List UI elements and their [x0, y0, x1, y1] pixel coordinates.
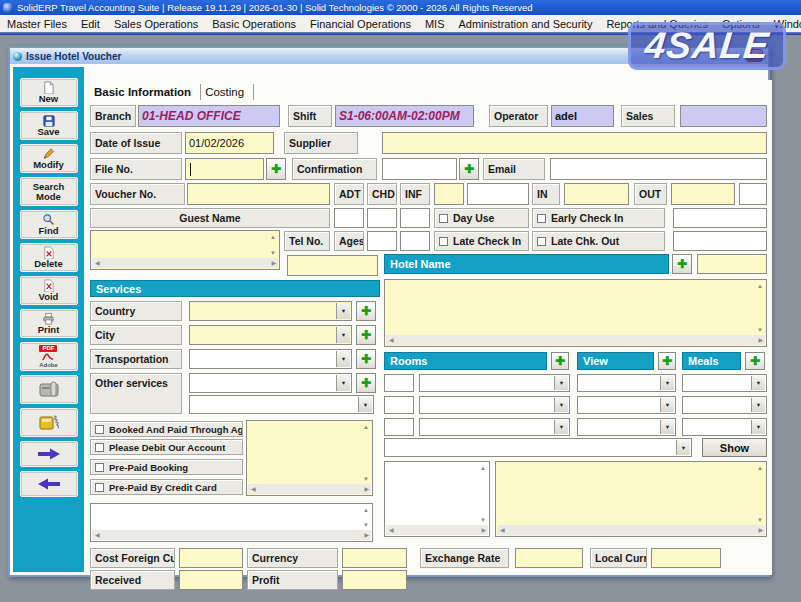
delete-button[interactable]: Delete — [20, 243, 78, 272]
room-qty-field[interactable] — [384, 396, 414, 414]
voucher-no-field[interactable] — [187, 183, 330, 205]
confirmation-field[interactable] — [382, 158, 457, 180]
other-services-select-2[interactable]: ▼ — [189, 395, 374, 414]
received-field[interactable] — [179, 570, 243, 590]
horizontal-scrollbar[interactable]: ◀ ▶ — [386, 335, 765, 345]
export-pdf-button[interactable]: PDF Adobe — [20, 342, 78, 371]
late-chk-out-checkbox[interactable]: Late Chk. Out — [532, 231, 665, 251]
early-check-in-checkbox[interactable]: Early Check In — [532, 208, 665, 228]
local-curr-field[interactable] — [651, 548, 721, 568]
check-out-date-field[interactable] — [671, 183, 735, 205]
country-select[interactable]: ▼ — [189, 301, 352, 321]
dropdown-arrow-icon[interactable]: ▼ — [751, 420, 765, 434]
late-check-in-checkbox[interactable]: Late Check In — [434, 231, 529, 251]
scroll-up-icon[interactable]: ▲ — [363, 507, 369, 513]
dropdown-arrow-icon[interactable]: ▼ — [660, 420, 674, 434]
email-field[interactable] — [550, 158, 767, 180]
dropdown-arrow-icon[interactable]: ▼ — [554, 420, 568, 434]
please-debit-our-account-checkbox[interactable]: Please Debit Our Account — [90, 439, 243, 455]
scroll-up-icon[interactable]: ▲ — [757, 283, 763, 289]
scroll-left-icon[interactable]: ◀ — [95, 532, 100, 538]
chd-count-field[interactable] — [367, 208, 397, 228]
new-button[interactable]: New — [20, 78, 78, 107]
dropdown-arrow-icon[interactable]: ▼ — [751, 376, 765, 390]
dropdown-arrow-icon[interactable]: ▼ — [660, 376, 674, 390]
scroll-right-icon[interactable]: ▶ — [758, 337, 763, 343]
horizontal-scrollbar[interactable]: ◀ ▶ — [497, 525, 765, 535]
menu-edit[interactable]: Edit — [74, 18, 107, 30]
notes-textarea[interactable]: ▲ ▼ ◀ ▶ — [384, 461, 490, 537]
add-country-button[interactable]: ✚ — [356, 301, 376, 321]
city-select[interactable]: ▼ — [189, 325, 352, 345]
cost-foreign-curr-field[interactable] — [179, 548, 243, 568]
horizontal-scrollbar[interactable]: ◀ ▶ — [92, 258, 278, 268]
dropdown-arrow-icon[interactable]: ▼ — [554, 376, 568, 390]
meal-select[interactable]: ▼ — [682, 396, 767, 414]
hotel-name-textarea[interactable]: ▲ ▼ ◀ ▶ — [384, 279, 767, 347]
supplier-field[interactable] — [382, 132, 767, 154]
scroll-down-icon[interactable]: ▼ — [363, 476, 369, 482]
meal-select[interactable]: ▼ — [682, 374, 767, 392]
scroll-right-icon[interactable]: ▶ — [364, 486, 369, 492]
date-of-issue-field[interactable]: 01/02/2026 — [185, 132, 274, 154]
scroll-right-icon[interactable]: ▶ — [758, 527, 763, 533]
menu-financial-operations[interactable]: Financial Operations — [303, 18, 418, 30]
scroll-right-icon[interactable]: ▶ — [364, 532, 369, 538]
dropdown-arrow-icon[interactable]: ▼ — [336, 327, 350, 343]
next-record-button[interactable] — [20, 441, 78, 467]
operator-field[interactable]: adel — [551, 105, 614, 127]
scroll-down-icon[interactable]: ▼ — [757, 327, 763, 333]
find-button[interactable]: Find — [20, 210, 78, 239]
void-button[interactable]: Void — [20, 276, 78, 305]
comments-textarea[interactable]: ▲ ▼ ◀ ▶ — [90, 503, 373, 542]
voucher-lookup-select[interactable]: ▼ — [384, 438, 692, 457]
scroll-left-icon[interactable]: ◀ — [389, 527, 394, 533]
horizontal-scrollbar[interactable]: ◀ ▶ — [386, 525, 488, 535]
scroll-left-icon[interactable]: ◀ — [95, 260, 100, 266]
previous-record-button[interactable] — [20, 471, 78, 497]
menu-administration-security[interactable]: Administration and Security — [451, 18, 599, 30]
scroll-left-icon[interactable]: ◀ — [251, 486, 256, 492]
hotel-code-field[interactable] — [697, 254, 767, 274]
nights-field[interactable] — [467, 183, 529, 205]
meal-select[interactable]: ▼ — [682, 418, 767, 436]
add-transportation-button[interactable]: ✚ — [356, 349, 376, 369]
menu-master-files[interactable]: Master Files — [0, 18, 74, 30]
dropdown-arrow-icon[interactable]: ▼ — [336, 351, 350, 367]
branch-field[interactable]: 01-HEAD OFFICE — [138, 105, 280, 127]
compress-zip-button[interactable] — [20, 408, 78, 437]
guest-names-textarea[interactable]: ▲ ▼ ◀ ▶ — [90, 230, 280, 270]
scroll-left-icon[interactable]: ◀ — [389, 337, 394, 343]
dropdown-arrow-icon[interactable]: ▼ — [554, 398, 568, 412]
scroll-down-icon[interactable]: ▼ — [480, 517, 486, 523]
dropdown-arrow-icon[interactable]: ▼ — [751, 398, 765, 412]
view-select[interactable]: ▼ — [577, 396, 676, 414]
add-room-button[interactable]: ✚ — [551, 352, 569, 370]
scroll-up-icon[interactable]: ▲ — [757, 465, 763, 471]
tab-basic-information[interactable]: Basic Information — [90, 84, 201, 100]
view-select[interactable]: ▼ — [577, 374, 676, 392]
modify-button[interactable]: Modify — [20, 144, 78, 173]
file-no-field[interactable] — [185, 158, 264, 180]
age-field-2[interactable] — [400, 231, 430, 251]
inf-count-field[interactable] — [400, 208, 430, 228]
add-city-button[interactable]: ✚ — [356, 325, 376, 345]
scroll-right-icon[interactable]: ▶ — [271, 260, 276, 266]
save-button[interactable]: Save — [20, 111, 78, 140]
dropdown-arrow-icon[interactable]: ▼ — [676, 440, 690, 455]
profit-field[interactable] — [342, 570, 407, 590]
dropdown-arrow-icon[interactable]: ▼ — [336, 375, 350, 391]
search-mode-button[interactable]: Search Mode — [20, 177, 78, 206]
sales-field[interactable] — [680, 105, 767, 127]
dropdown-arrow-icon[interactable]: ▼ — [660, 398, 674, 412]
room-type-select[interactable]: ▼ — [419, 396, 570, 414]
day-use-checkbox[interactable]: Day Use — [434, 208, 529, 228]
remarks-textarea[interactable]: ▲ ▼ ◀ ▶ — [495, 461, 767, 537]
archive-button[interactable] — [20, 375, 78, 404]
menu-mis[interactable]: MIS — [418, 18, 452, 30]
room-type-select[interactable]: ▼ — [419, 418, 570, 436]
booked-paid-through-agent-checkbox[interactable]: Booked And Paid Through Agent — [90, 421, 243, 437]
check-in-date-field[interactable] — [564, 183, 629, 205]
room-type-select[interactable]: ▼ — [419, 374, 570, 392]
pre-paid-booking-checkbox[interactable]: Pre-Paid Booking — [90, 459, 243, 475]
